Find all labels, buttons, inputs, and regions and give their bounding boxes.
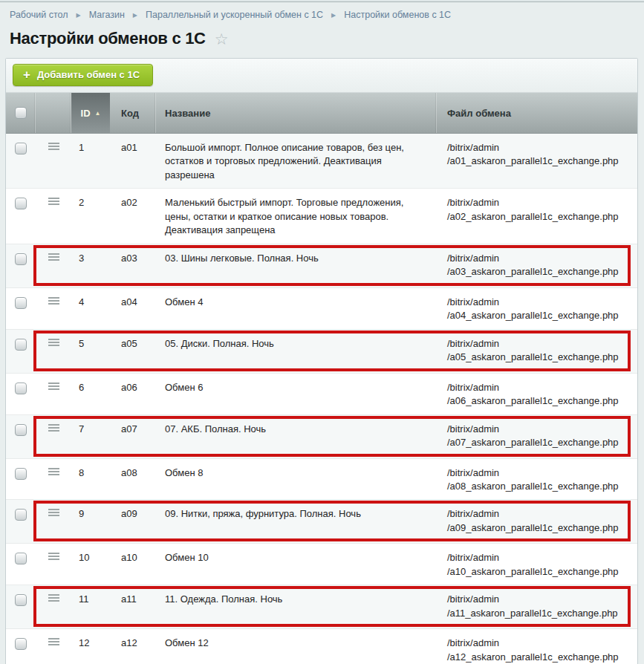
row-file: /bitrix/admin/a09_askaron_parallel1c_exc… [437, 500, 637, 543]
row-file-line2: /a01_askaron_parallel1c_exchange.php [447, 154, 633, 168]
row-checkbox-cell [6, 544, 36, 585]
row-menu-cell [36, 244, 71, 287]
row-file-line2: /a11_askaron_parallel1c_exchange.php [447, 607, 633, 620]
row-checkbox[interactable] [15, 638, 27, 650]
row-id: 7 [71, 415, 110, 458]
row-file-line1: /bitrix/admin [447, 507, 633, 521]
row-file-line1: /bitrix/admin [447, 423, 633, 436]
row-checkbox[interactable] [15, 253, 27, 265]
row-code: a05 [110, 330, 156, 373]
hamburger-menu-icon[interactable] [48, 509, 59, 517]
row-file: /bitrix/admin/a06_askaron_parallel1c_exc… [437, 374, 637, 414]
table-row: 4a04Обмен 4/bitrix/admin/a04_askaron_par… [6, 288, 637, 330]
row-file: /bitrix/admin/a05_askaron_parallel1c_exc… [437, 330, 637, 373]
table-body: 1a01Большой импорт. Полное описание това… [6, 134, 637, 664]
row-file-line2: /a09_askaron_parallel1c_exchange.php [447, 521, 633, 535]
row-code: a02 [110, 189, 156, 243]
table-header: ID ▲ Код Название Файл обмена [6, 93, 637, 134]
row-file-line1: /bitrix/admin [447, 466, 633, 480]
row-checkbox[interactable] [15, 553, 27, 564]
row-checkbox-cell [6, 134, 36, 188]
row-file-line2: /a07_askaron_parallel1c_exchange.php [447, 436, 633, 449]
row-file-line2: /a10_askaron_parallel1c_exchange.php [447, 565, 633, 579]
row-checkbox[interactable] [15, 297, 27, 309]
row-file-line2: /a04_askaron_parallel1c_exchange.php [447, 309, 633, 322]
row-name: Большой импорт. Полное описание товаров,… [156, 134, 437, 188]
row-id: 5 [71, 330, 110, 373]
row-checkbox[interactable] [15, 424, 27, 436]
row-file-line2: /a05_askaron_parallel1c_exchange.php [447, 351, 633, 364]
row-menu-cell [36, 134, 71, 188]
row-checkbox-cell [6, 244, 36, 287]
column-header-file[interactable]: Файл обмена [437, 93, 637, 133]
row-checkbox-cell [6, 415, 36, 458]
hamburger-menu-icon[interactable] [48, 297, 59, 305]
row-checkbox[interactable] [15, 143, 27, 154]
breadcrumb-item[interactable]: Магазин [89, 10, 125, 20]
row-checkbox-cell [6, 189, 36, 243]
select-all-checkbox[interactable] [15, 107, 27, 119]
row-checkbox[interactable] [15, 509, 27, 521]
row-checkbox[interactable] [15, 594, 27, 606]
row-file-line2: /a12_askaron_parallel1c_exchange.php [447, 651, 633, 664]
row-file-line1: /bitrix/admin [447, 593, 633, 606]
row-name: Маленький быстрый импорт. Торговые предл… [156, 189, 437, 243]
row-code: a04 [110, 288, 156, 329]
hamburger-menu-icon[interactable] [48, 198, 59, 206]
row-menu-cell [36, 500, 71, 543]
hamburger-menu-icon[interactable] [48, 143, 59, 151]
row-name: Обмен 6 [156, 374, 437, 414]
breadcrumb-separator-icon: ▶ [133, 12, 137, 19]
hamburger-menu-icon[interactable] [48, 638, 59, 646]
table-row: 1a01Большой импорт. Полное описание това… [6, 134, 637, 189]
table-row: 11a1111. Одежда. Полная. Ночь/bitrix/adm… [6, 585, 637, 629]
row-name: 03. Шины легковые. Полная. Ночь [156, 244, 437, 287]
row-checkbox[interactable] [15, 339, 27, 351]
row-menu-cell [36, 374, 71, 414]
hamburger-menu-icon[interactable] [48, 383, 59, 391]
row-menu-cell [36, 415, 71, 458]
row-menu-cell [36, 544, 71, 585]
row-id: 4 [71, 288, 110, 329]
row-name: Обмен 4 [156, 288, 437, 329]
row-file: /bitrix/admin/a03_askaron_parallel1c_exc… [437, 244, 637, 287]
row-name: 07. АКБ. Полная. Ночь [156, 415, 437, 458]
row-code: a07 [110, 415, 156, 458]
row-file-line2: /a08_askaron_parallel1c_exchange.php [447, 480, 633, 493]
row-file: /bitrix/admin/a10_askaron_parallel1c_exc… [437, 544, 637, 585]
table-row: 7a0707. АКБ. Полная. Ночь/bitrix/admin/a… [6, 415, 637, 459]
table-row: 10a10Обмен 10/bitrix/admin/a10_askaron_p… [6, 544, 637, 585]
favorite-star-icon[interactable]: ☆ [215, 31, 229, 47]
hamburger-menu-icon[interactable] [48, 468, 59, 476]
row-id: 11 [71, 585, 110, 628]
row-checkbox[interactable] [15, 468, 27, 480]
row-checkbox[interactable] [15, 383, 27, 394]
add-exchange-button[interactable]: + Добавить обмен с 1С [13, 64, 153, 86]
breadcrumb-item[interactable]: Настройки обменов с 1С [344, 10, 451, 20]
row-checkbox[interactable] [15, 198, 27, 209]
hamburger-menu-icon[interactable] [48, 594, 59, 602]
column-header-name[interactable]: Название [156, 93, 437, 133]
hamburger-menu-icon[interactable] [48, 339, 59, 347]
row-name: 05. Диски. Полная. Ночь [156, 330, 437, 373]
hamburger-menu-icon[interactable] [48, 553, 59, 561]
row-checkbox-cell [6, 374, 36, 414]
row-id: 6 [71, 374, 110, 414]
breadcrumb-item[interactable]: Рабочий стол [10, 10, 68, 20]
header-checkbox-cell [6, 93, 36, 133]
breadcrumb-separator-icon: ▶ [76, 12, 80, 19]
page-title: Настройки обменов с 1С [10, 29, 206, 48]
row-file-line1: /bitrix/admin [447, 196, 633, 209]
row-file: /bitrix/admin/a01_askaron_parallel1c_exc… [437, 134, 637, 188]
hamburger-menu-icon[interactable] [48, 424, 59, 432]
row-file-line1: /bitrix/admin [447, 381, 633, 394]
row-id: 10 [71, 544, 110, 585]
column-header-id[interactable]: ID ▲ [71, 93, 110, 133]
row-id: 1 [71, 134, 110, 188]
hamburger-menu-icon[interactable] [48, 253, 59, 261]
breadcrumb-item[interactable]: Параллельный и ускоренный обмен с 1С [146, 10, 323, 20]
breadcrumb: Рабочий стол▶Магазин▶Параллельный и уско… [0, 2, 644, 20]
row-file-line2: /a03_askaron_parallel1c_exchange.php [447, 265, 633, 279]
row-menu-cell [36, 585, 71, 628]
column-header-code[interactable]: Код [110, 93, 156, 133]
